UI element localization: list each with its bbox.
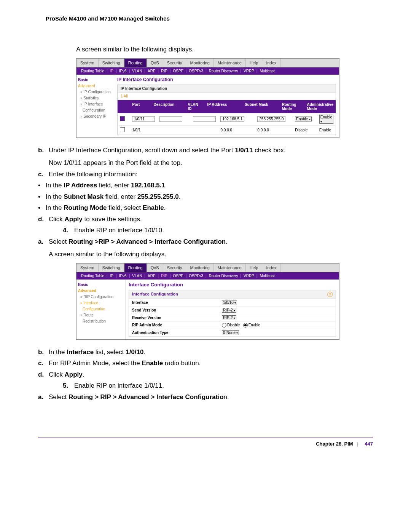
sidebar-interface-conf[interactable]: Configuration [83, 306, 124, 312]
sidebar-statistics[interactable]: » Statistics [80, 95, 112, 101]
sidebar-ip-configuration[interactable]: » IP Configuration [80, 89, 112, 95]
port-field[interactable]: 1/0/11 [132, 116, 155, 122]
sidebar: Basic Advanced » IP Configuration » Stat… [76, 75, 114, 137]
subtab-ipv6[interactable]: IPv6 [119, 69, 127, 73]
interface-select[interactable]: 1/0/10 [222, 300, 237, 305]
tab-maintenance[interactable]: Maintenance [214, 59, 246, 67]
step-text: For RIP Admin Mode, select the Enable ra… [49, 358, 201, 368]
tab-system[interactable]: System [76, 59, 99, 67]
subtab[interactable]: Router Discovery [209, 274, 238, 278]
amode-cell: Enable [317, 125, 336, 134]
tab-monitoring[interactable]: Monitoring [186, 59, 213, 67]
bullet-text: In the Routing Mode field, select Enable… [46, 203, 166, 213]
tab-index[interactable]: Index [262, 59, 280, 67]
step-letter: d. [38, 370, 49, 380]
table-row: 1/0/1 0.0.0.0 0.0.0.0 Disable Enable [118, 125, 336, 134]
sidebar-ip-interface-conf[interactable]: Configuration [83, 107, 112, 113]
subtab[interactable]: VRRP [244, 274, 254, 278]
sidebar-redistribution[interactable]: Redistribution [83, 318, 124, 324]
tab-switching[interactable]: Switching [99, 59, 124, 67]
row-checkbox[interactable] [120, 116, 125, 121]
table-header: Port Description VLAN ID IP Address Subn… [118, 100, 336, 113]
step-letter: b. [38, 145, 49, 168]
sub-tabs: Routing Table| IP| IPv6| VLAN| ARP| RIP|… [76, 272, 339, 280]
help-icon[interactable]: ? [327, 292, 333, 297]
tab-routing[interactable]: Routing [124, 59, 147, 67]
vlan-field[interactable] [193, 116, 216, 122]
subtab-ospf[interactable]: OSPF [173, 69, 183, 73]
step-text: Enable RIP on interface 1/0/11. [74, 381, 164, 391]
sidebar: Basic Advanced » RIP Configuration » Int… [76, 280, 126, 339]
tab-help[interactable]: Help [246, 264, 263, 272]
subtab[interactable]: Routing Table [81, 274, 104, 278]
row-checkbox[interactable] [120, 127, 125, 132]
bullet-icon: • [38, 192, 46, 202]
sidebar-route[interactable]: » Route [80, 312, 124, 318]
step-number: 4. [63, 225, 74, 235]
radio-disable[interactable] [222, 323, 226, 328]
step-letter: b. [38, 347, 49, 357]
step-text: Select Routing > RIP > Advanced > Interf… [49, 392, 229, 402]
subtab[interactable]: IPv6 [119, 274, 127, 278]
subtab-vrrp[interactable]: VRRP [244, 69, 254, 73]
ip-cell: 0.0.0.0 [218, 125, 255, 134]
send-version-select[interactable]: RIP-2 [222, 308, 236, 313]
subtab[interactable]: OSPFv3 [189, 274, 203, 278]
sidebar-rip-conf[interactable]: » RIP Configuration [80, 294, 124, 300]
filter-all[interactable]: 1 All [118, 93, 336, 100]
subtab-ospfv3[interactable]: OSPFv3 [189, 69, 203, 73]
sidebar-advanced[interactable]: Advanced [78, 288, 124, 294]
subtab-multicast[interactable]: Multicast [260, 69, 274, 73]
subtab-rip[interactable]: RIP [161, 69, 167, 73]
receive-version-select[interactable]: RIP-2 [222, 315, 236, 320]
tab-system[interactable]: System [76, 264, 99, 272]
auth-type-select[interactable]: 0-None [222, 330, 239, 335]
sidebar-secondary-ip[interactable]: » Secondary IP [80, 113, 112, 120]
label-auth-type: Authentication Type [129, 329, 219, 336]
footer-chapter: Chapter 28. PIM [316, 441, 353, 447]
subtab-routing-table[interactable]: Routing Table [81, 69, 104, 73]
step-letter: d. [38, 214, 49, 224]
sidebar-ip-interface[interactable]: » IP Interface [80, 101, 112, 107]
tab-maintenance[interactable]: Maintenance [214, 264, 246, 272]
subtab-rip[interactable]: RIP [161, 274, 167, 278]
step-text: Click Apply. [49, 370, 84, 380]
page-footer: Chapter 28. PIM | 447 [38, 438, 373, 447]
tab-routing[interactable]: Routing [124, 264, 147, 272]
admin-mode-select[interactable]: Enable [319, 115, 333, 124]
tab-security[interactable]: Security [163, 264, 186, 272]
subtab-vlan[interactable]: VLAN [132, 69, 142, 73]
ip-address-field[interactable]: 192.168.5.1 [220, 116, 244, 122]
sidebar-basic[interactable]: Basic [78, 282, 124, 288]
radio-enable[interactable] [243, 323, 248, 328]
description-field[interactable] [159, 116, 182, 122]
sidebar-advanced[interactable]: Advanced [78, 83, 112, 89]
tab-switching[interactable]: Switching [99, 264, 124, 272]
subtab[interactable]: ARP [148, 274, 156, 278]
tab-index[interactable]: Index [262, 264, 280, 272]
bullet-text: In the IP Address field, enter 192.168.5… [46, 181, 167, 190]
subnet-mask-field[interactable]: 255.255.255.0 [257, 116, 285, 122]
footer-page-number: 447 [365, 441, 373, 447]
subtab-ip[interactable]: IP [110, 69, 113, 73]
sidebar-basic[interactable]: Basic [78, 77, 112, 83]
step-letter: a. [38, 237, 49, 259]
subtab[interactable]: Multicast [260, 274, 274, 278]
sidebar-interface[interactable]: » Interface [80, 300, 124, 306]
subtab[interactable]: OSPF [173, 274, 183, 278]
intro-text: A screen similar to the following displa… [76, 45, 373, 54]
label-receive-version: Receive Version [129, 314, 219, 321]
bullet-icon: • [38, 203, 46, 213]
tab-qos[interactable]: QoS [147, 59, 163, 67]
subtab[interactable]: VLAN [132, 274, 142, 278]
step-text: Enable RIP on interface 1/0/10. [74, 225, 164, 235]
routing-mode-select[interactable]: Enable [295, 117, 311, 121]
tab-qos[interactable]: QoS [147, 264, 163, 272]
subtab-router-discovery[interactable]: Router Discovery [209, 69, 238, 73]
tab-security[interactable]: Security [163, 59, 186, 67]
subtab-arp[interactable]: ARP [148, 69, 156, 73]
panel-subtitle: Interface Configuration [132, 292, 178, 297]
tab-monitoring[interactable]: Monitoring [186, 264, 213, 272]
subtab[interactable]: IP [110, 274, 113, 278]
tab-help[interactable]: Help [246, 59, 263, 67]
